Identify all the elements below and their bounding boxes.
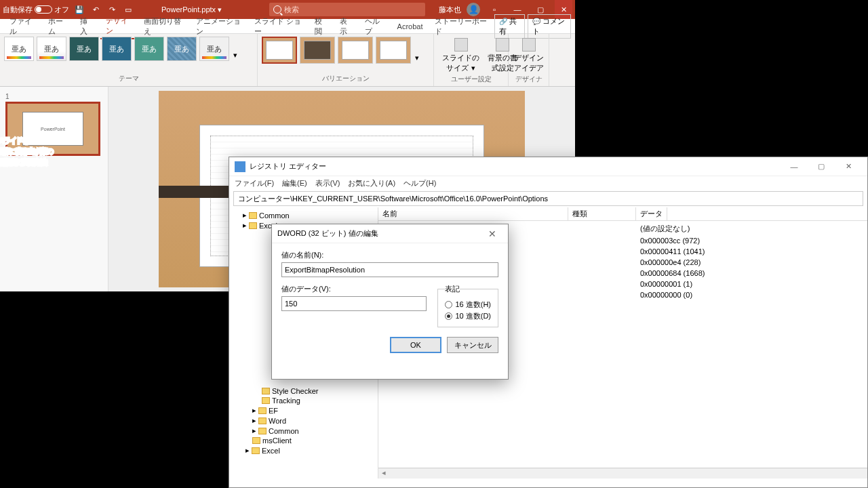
radio-dec[interactable]: 10 進数(D) [445, 311, 491, 321]
tab-acrobat[interactable]: Acrobat [392, 20, 429, 33]
minimize-icon[interactable]: — [781, 158, 808, 176]
ok-button[interactable]: OK [390, 337, 441, 353]
regedit-menubar: ファイル(F) 編集(E) 表示(V) お気に入り(A) ヘルプ(H) [229, 176, 867, 190]
regedit-titlebar[interactable]: レジストリ エディター — ▢ ✕ [229, 157, 867, 176]
value-data-field[interactable] [281, 296, 427, 311]
search-icon [273, 5, 281, 14]
regedit-icon [235, 161, 245, 172]
menu-file[interactable]: ファイル(F) [235, 178, 274, 188]
folder-icon [249, 222, 257, 229]
value-data-label: 値のデータ(V): [281, 284, 427, 294]
folder-icon [252, 437, 260, 444]
slide-thumbnails-panel: 1 PowerPoint [0, 87, 108, 291]
menu-help[interactable]: ヘルプ(H) [403, 178, 436, 188]
regedit-title: レジストリ エディター [250, 161, 326, 171]
themes-more-icon[interactable]: ▾ [232, 49, 239, 61]
theme-thumb[interactable]: 亜あ [199, 37, 229, 61]
value-name-field[interactable] [281, 262, 498, 277]
close-icon[interactable]: ✕ [482, 228, 502, 239]
menu-view[interactable]: 表示(V) [315, 178, 340, 188]
tree-item[interactable]: Tracking [232, 396, 375, 405]
col-name[interactable]: 名前 [378, 207, 568, 220]
folder-icon [258, 407, 267, 414]
cancel-button[interactable]: キャンセル [447, 337, 498, 353]
group-label-themes: テーマ [4, 74, 253, 83]
variations-more-icon[interactable]: ▾ [414, 52, 420, 64]
theme-thumb[interactable]: 亜あ [4, 37, 34, 61]
col-type[interactable]: 種類 [568, 207, 636, 220]
variation-thumb[interactable] [338, 37, 373, 64]
menu-edit[interactable]: 編集(E) [282, 178, 307, 188]
group-label-user: ユーザー設定 [438, 75, 504, 84]
theme-thumb[interactable]: 亜あ [69, 37, 99, 61]
slide-number: 1 [5, 93, 9, 100]
folder-icon [262, 397, 270, 404]
tree-item[interactable]: ▸ Word [232, 415, 375, 426]
tree-item[interactable]: ▸ Common [232, 426, 375, 436]
radio-hex[interactable]: 16 進数(H) [445, 300, 491, 310]
folder-icon [249, 212, 257, 219]
close-icon[interactable]: ✕ [835, 158, 862, 176]
col-data[interactable]: データ [636, 207, 667, 220]
theme-thumb[interactable]: 亜あ [167, 37, 197, 61]
variation-thumb[interactable] [262, 37, 297, 64]
dword-titlebar[interactable]: DWORD (32 ビット) 値の編集 ✕ [272, 224, 508, 243]
regedit-address-bar[interactable]: コンピューター\HKEY_CURRENT_USER\Software\Micro… [233, 191, 863, 206]
value-name-label: 値の名前(N): [281, 250, 498, 260]
tree-item[interactable]: msClient [232, 436, 375, 445]
user-name[interactable]: 藤本也 [439, 5, 461, 15]
folder-icon [258, 428, 267, 434]
slide-thumbnail[interactable]: PowerPoint [5, 102, 100, 156]
base-radio-group: 表記 16 進数(H) 10 進数(D) [437, 284, 498, 327]
group-label-variations: バリエーション [262, 74, 429, 83]
slide-size-button[interactable]: スライドの サイズ ▾ [438, 37, 484, 75]
folder-icon [258, 418, 267, 424]
tree-item[interactable]: ▸ EF [232, 405, 375, 415]
tree-item[interactable]: ▸ Excel [232, 445, 375, 455]
theme-thumb[interactable]: 亜あ [102, 37, 132, 61]
tree-item[interactable]: Style Checker [232, 386, 375, 396]
folder-icon [262, 388, 270, 394]
ribbon-tabs: ファイル ホーム 挿入 デザイン 画面切り替え アニメーション スライド ショー… [0, 19, 575, 34]
variation-thumb[interactable] [300, 37, 335, 64]
theme-thumb[interactable]: 亜あ [37, 37, 66, 61]
horizontal-scrollbar[interactable]: ◂ [378, 468, 867, 479]
document-title[interactable]: PowerPoint.pptx ▾ [161, 5, 222, 14]
ribbon-body: 亜あ 亜あ 亜あ 亜あ 亜あ 亜あ 亜あ ▾ テーマ ▾ バリエーション [0, 34, 575, 87]
folder-icon [252, 447, 260, 454]
tree-item[interactable]: ▸ Common [232, 210, 375, 220]
maximize-icon[interactable]: ▢ [808, 158, 835, 176]
dword-edit-dialog: DWORD (32 ビット) 値の編集 ✕ 値の名前(N): 値のデータ(V):… [271, 224, 509, 380]
design-ideas-button[interactable]: デザイン アイデア [513, 37, 545, 75]
autosave-toggle[interactable]: 自動保存 オフ [3, 5, 69, 15]
theme-thumb[interactable]: 亜あ [134, 37, 164, 61]
variation-thumb[interactable] [376, 37, 411, 64]
menu-favorites[interactable]: お気に入り(A) [348, 178, 395, 188]
